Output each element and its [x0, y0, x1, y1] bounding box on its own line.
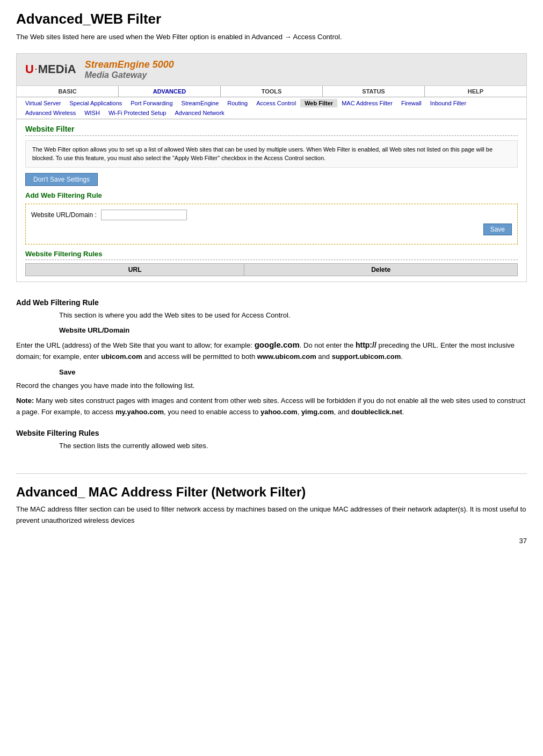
logo-line2: Media Gateway — [85, 70, 174, 80]
info-box: The Web Filter option allows you to set … — [25, 140, 518, 168]
nav-firewall[interactable]: Firewall — [397, 99, 426, 107]
desc-website-rules: Website Filtering Rules The section list… — [16, 429, 527, 452]
url-text2: . Do not enter the — [300, 341, 356, 349]
save-heading: Save — [59, 367, 527, 378]
nav-status[interactable]: STATUS — [323, 86, 425, 97]
website-url-heading: Website URL/Domain — [59, 325, 527, 336]
url-example4: www.ubicom.com — [257, 352, 316, 361]
intro-text: The Web sites listed here are used when … — [16, 32, 527, 42]
nav-advanced-network[interactable]: Advanced Network — [170, 109, 228, 117]
note-example2: yahoo.com — [260, 408, 298, 416]
url-text4: and access will be permitted to both — [142, 352, 257, 361]
nav-access-control[interactable]: Access Control — [252, 99, 300, 107]
form-row-url: Website URL/Domain : — [31, 210, 512, 220]
nav-web-filter[interactable]: Web Filter — [300, 99, 337, 107]
nav-port-forwarding[interactable]: Port Forwarding — [126, 99, 177, 107]
nav-sub: Virtual Server Special Applications Port… — [17, 97, 526, 119]
nav-sub-row2: Advanced Wireless WISH Wi-Fi Protected S… — [21, 109, 522, 117]
url-example3: ubicom.com — [101, 352, 142, 361]
add-rule-section-title: Add Web Filtering Rule — [25, 191, 518, 199]
url-text5: and — [316, 352, 332, 361]
bottom-title: Advanced_ MAC Address Filter (Network Fi… — [16, 485, 527, 500]
logo-text-block: StreamEngine 5000 Media Gateway — [85, 59, 174, 80]
router-content: Website Filter The Web Filter option all… — [17, 119, 526, 282]
nav-tools[interactable]: TOOLS — [221, 86, 323, 97]
website-rules-heading: Website Filtering Rules — [16, 429, 527, 437]
nav-virtual-server[interactable]: Virtual Server — [21, 99, 65, 107]
logo-media: MEDiA — [38, 62, 76, 76]
table-header-row: URL Delete — [26, 263, 518, 276]
nav-basic[interactable]: BASIC — [17, 86, 119, 97]
router-ui: U · MEDiA StreamEngine 5000 Media Gatewa… — [16, 53, 527, 282]
website-url-input[interactable] — [101, 210, 187, 220]
website-rules-text: The section lists the currently allowed … — [59, 441, 527, 452]
nav-advanced[interactable]: ADVANCED — [119, 86, 221, 97]
note-example3: yimg.com — [301, 408, 334, 416]
logo-line1: StreamEngine 5000 — [85, 59, 174, 70]
col-delete: Delete — [244, 263, 518, 276]
website-url-desc: Enter the URL (address) of the Web Site … — [16, 339, 527, 363]
bottom-text: The MAC address filter section can be us… — [16, 504, 527, 527]
rules-section-title: Website Filtering Rules — [25, 250, 518, 260]
url-text6: . — [401, 352, 403, 361]
url-text1: Enter the URL (address) of the Web Site … — [16, 341, 255, 349]
note-text4: , and — [334, 408, 352, 416]
nav-bar: BASIC ADVANCED TOOLS STATUS HELP Virtual… — [17, 86, 526, 119]
logo-umedia: U · MEDiA — [25, 62, 76, 76]
save-button[interactable]: Save — [483, 224, 512, 235]
website-filter-title: Website Filter — [25, 125, 518, 136]
note-example4: doubleclick.net — [351, 408, 402, 416]
note-text2: , you need to enable access to — [164, 408, 260, 416]
nav-special-apps[interactable]: Special Applications — [65, 99, 126, 107]
logo-block: U · MEDiA — [25, 62, 76, 76]
url-example2: http:// — [356, 341, 377, 349]
nav-wifi-setup[interactable]: Wi-Fi Protected Setup — [104, 109, 171, 117]
bottom-section: Advanced_ MAC Address Filter (Network Fi… — [16, 473, 527, 527]
desc-add-rule: Add Web Filtering Rule This section is w… — [16, 298, 527, 419]
nav-inbound-filter[interactable]: Inbound Filter — [426, 99, 470, 107]
note-label: Note: — [16, 397, 34, 405]
save-text: Record the changes you have made into th… — [16, 380, 527, 392]
nav-wish[interactable]: WISH — [80, 109, 104, 117]
page-title: Advanced_WEB Filter — [16, 11, 527, 27]
url-label: Website URL/Domain : — [31, 211, 97, 219]
rule-form: Website URL/Domain : Save — [25, 204, 518, 244]
router-header: U · MEDiA StreamEngine 5000 Media Gatewa… — [17, 54, 526, 86]
nav-advanced-wireless[interactable]: Advanced Wireless — [21, 109, 80, 117]
dont-save-button[interactable]: Don't Save Settings — [25, 173, 98, 186]
nav-sub-row1: Virtual Server Special Applications Port… — [21, 99, 522, 107]
add-rule-heading: Add Web Filtering Rule — [16, 298, 527, 307]
note-example1: my.yahoo.com — [115, 408, 164, 416]
nav-mac-filter[interactable]: MAC Address Filter — [337, 99, 397, 107]
note-para: Note: Many web sites construct pages wit… — [16, 395, 527, 418]
col-url: URL — [26, 263, 244, 276]
add-rule-intro: This section is where you add the Web si… — [59, 310, 527, 321]
note-text5: . — [402, 408, 404, 416]
rules-table: URL Delete — [25, 263, 518, 276]
nav-streamengine[interactable]: StreamEngine — [177, 99, 223, 107]
url-example5: support.ubicom.com — [332, 352, 401, 361]
logo-u: U — [25, 62, 34, 76]
nav-top: BASIC ADVANCED TOOLS STATUS HELP — [17, 86, 526, 97]
form-row-save: Save — [31, 224, 512, 235]
url-example1: google.com — [255, 340, 300, 349]
note-text3: , — [298, 408, 301, 416]
nav-help[interactable]: HELP — [425, 86, 526, 97]
page-number: 37 — [16, 537, 527, 545]
nav-routing[interactable]: Routing — [223, 99, 252, 107]
